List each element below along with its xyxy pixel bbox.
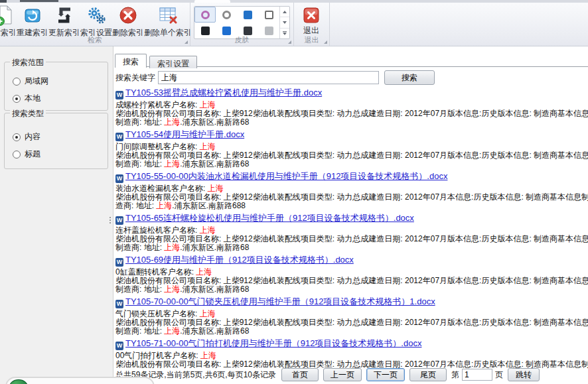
floating-widget[interactable]	[5, 377, 155, 384]
ribbon-group-retrieval-label: 检索	[0, 35, 190, 45]
delete-single-index-button[interactable]: 删除单个索引	[144, 3, 192, 36]
result-title-row: WTY105-55-00-00内装油水道检漏机使用与维护手册（912项目设备技术…	[115, 171, 588, 183]
result-link[interactable]: TY105-54使用与维护手册.docx	[125, 129, 244, 139]
result-link[interactable]: TY105-55-00-00内装油水道检漏机使用与维护手册（912项目设备技术规…	[125, 171, 447, 181]
highlighted-keyword: 上海	[200, 142, 216, 151]
dialog-launcher-icon[interactable]	[324, 40, 327, 44]
highlighted-keyword: 上海	[164, 117, 180, 127]
quick-access-fragment	[20, 0, 58, 2]
create-index-button[interactable]: 建索引	[0, 3, 17, 36]
update-index-button[interactable]: 更新索引	[48, 3, 80, 36]
radio-option-local[interactable]: 本地	[13, 93, 108, 104]
splitter-handle[interactable]	[110, 216, 111, 225]
page-suffix-label: 页	[495, 369, 503, 381]
sidebar: 搜索范围 局域网 本地 搜索类型 内容 标题	[0, 46, 113, 384]
highlighted-keyword: 上海	[200, 100, 216, 109]
result-link[interactable]: TY105-65连杆螺栓旋松机使用与维护手册（912项目设备技术规格书）.doc…	[125, 213, 414, 223]
results-list: WTY105-53摇臂总成螺栓拧紧机使用与维护手册.docx成螺栓拧紧机客户名称…	[115, 85, 588, 368]
ribbon-empty-space	[330, 3, 588, 46]
result-snippet-line: 造商: 地址: 上海.浦东新区.南新路688	[115, 202, 588, 210]
exit-button[interactable]: 退出	[296, 3, 327, 36]
highlighted-keyword: 上海	[164, 243, 180, 252]
dialog-launcher-icon[interactable]	[288, 40, 291, 44]
radio-title-icon[interactable]	[13, 151, 21, 159]
delete-index-icon	[117, 5, 139, 26]
radio-option-lan[interactable]: 局域网	[13, 76, 108, 87]
next-page-button[interactable]: 下一页	[366, 368, 405, 381]
result-item: WTY105-71-00-00气门拍打机使用与维护手册（912项目设备技术规格书…	[115, 338, 588, 368]
dialog-launcher-icon[interactable]	[184, 40, 188, 44]
word-doc-icon: W	[115, 300, 123, 308]
ribbon-group-retrieval: 建索引 重建索引 更新索引	[0, 3, 190, 46]
result-title-row: WTY105-53摇臂总成螺栓拧紧机使用与维护手册.docx	[115, 88, 588, 99]
result-item: WTY105-69使用与维护手册（912项目设备技术规格书）.docx0缸盖翻转…	[115, 255, 588, 294]
page-prefix-label: 第	[451, 369, 459, 381]
green-orb-icon	[9, 379, 28, 384]
result-item: WTY105-65连杆螺栓旋松机使用与维护手册（912项目设备技术规格书）.do…	[115, 213, 588, 252]
pagination-bar: 总共59条记录,当前第5页,共6页,每页10条记录 首页 上一页 下一页 尾页 …	[115, 368, 544, 381]
radio-local-icon[interactable]	[13, 95, 21, 103]
result-snippet-line: 制造商: 地址: 上海.浦东新区.南新路68	[115, 160, 588, 168]
highlighted-keyword: 上海	[164, 326, 180, 336]
prev-page-button[interactable]: 上一页	[323, 368, 362, 381]
tab-search[interactable]: 搜索	[115, 54, 147, 68]
search-button[interactable]: 搜索	[384, 70, 435, 85]
delete-index-button[interactable]: 删除索引	[112, 3, 144, 36]
radio-title-label: 标题	[25, 149, 40, 160]
index-settings-icon	[86, 5, 107, 26]
first-page-button[interactable]: 首页	[281, 368, 319, 381]
jump-button[interactable]: 跳转	[508, 368, 540, 381]
skin-8-icon	[265, 27, 273, 35]
index-settings-button[interactable]: 索引设置	[80, 3, 112, 36]
radio-option-title[interactable]: 标题	[13, 149, 108, 160]
result-title-row: WTY105-69使用与维护手册（912项目设备技术规格书）.docx	[115, 255, 588, 267]
result-snippet-line: 制造商: 地址: 上海.浦东新区.南新路68	[115, 327, 588, 336]
highlighted-keyword: 上海	[200, 351, 216, 360]
gallery-scroll-up-button[interactable]	[280, 7, 289, 17]
skin-4-icon	[265, 11, 273, 19]
result-link[interactable]: TY105-70-00-00气门锁夹压机使用与维护手册（912项目设备技术规格书…	[125, 296, 435, 306]
skin-6-icon	[222, 27, 231, 35]
result-item: WTY105-55-00-00内装油水道检漏机使用与维护手册（912项目设备技术…	[115, 171, 588, 210]
result-snippet-line: 制造商: 地址: 上海.浦东新区.南新路68	[115, 118, 588, 127]
skin-option-4[interactable]	[258, 7, 279, 23]
result-title-row: WTY105-71-00-00气门拍打机使用与维护手册（912项目设备技术规格书…	[115, 338, 588, 350]
ribbon-group-exit: 退出 退出	[294, 3, 330, 46]
result-item: WTY105-70-00-00气门锁夹压机使用与维护手册（912项目设备技术规格…	[115, 296, 588, 336]
search-keyword-input[interactable]	[158, 71, 379, 84]
rebuild-index-button[interactable]: 重建索引	[17, 3, 48, 36]
result-title-row: WTY105-65连杆螺栓旋松机使用与维护手册（912项目设备技术规格书）.do…	[115, 213, 588, 225]
search-scope-groupbox: 搜索范围 局域网 本地	[4, 62, 108, 111]
radio-lan-label: 局域网	[25, 76, 48, 87]
skin-option-1[interactable]	[194, 7, 216, 23]
skin-3-icon	[244, 11, 252, 19]
update-index-icon	[54, 5, 75, 26]
radio-option-content[interactable]: 内容	[13, 131, 108, 143]
skin-gallery	[194, 6, 290, 39]
search-keyword-label: 搜索关键字	[115, 72, 155, 84]
radio-lan-icon[interactable]	[13, 78, 21, 86]
gallery-scroll-down-button[interactable]	[280, 17, 289, 28]
tab-index-settings[interactable]: 索引设置	[149, 56, 197, 68]
skin-option-2[interactable]	[216, 7, 237, 23]
word-doc-icon: W	[115, 133, 123, 141]
ribbon-group-skin-label: 皮肤	[190, 35, 293, 45]
ribbon: 建索引 重建索引 更新索引	[0, 3, 588, 46]
page-number-input[interactable]	[462, 369, 492, 381]
result-link[interactable]: TY105-69使用与维护手册（912项目设备技术规格书）.docx	[125, 255, 354, 265]
highlighted-keyword: 上海	[200, 225, 216, 235]
result-link[interactable]: TY105-53摇臂总成螺栓拧紧机使用与维护手册.docx	[125, 88, 322, 97]
highlighted-keyword: 上海	[200, 309, 216, 318]
last-page-button[interactable]: 尾页	[409, 368, 447, 381]
create-index-icon	[0, 5, 15, 26]
result-item: WTY105-53摇臂总成螺栓拧紧机使用与维护手册.docx成螺栓拧紧机客户名称…	[115, 88, 588, 127]
result-link[interactable]: TY105-71-00-00气门拍打机使用与维护手册（912项目设备技术规格书）…	[125, 338, 421, 348]
search-type-groupbox: 搜索类型 内容 标题	[4, 113, 108, 169]
scroll-down-icon	[283, 21, 287, 24]
radio-content-label: 内容	[25, 131, 40, 143]
scroll-up-icon	[283, 11, 287, 13]
skin-option-3[interactable]	[237, 7, 258, 23]
radio-content-icon[interactable]	[13, 133, 21, 141]
highlighted-keyword: 上海	[208, 184, 224, 193]
word-doc-icon: W	[115, 174, 123, 183]
